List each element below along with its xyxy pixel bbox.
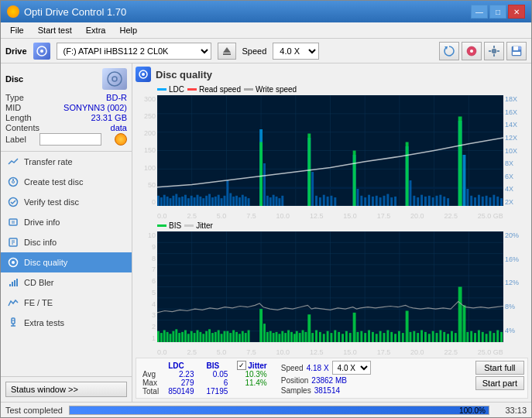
position-value: 23862 MB — [311, 376, 347, 385]
type-value: BD-R — [106, 93, 127, 102]
svg-rect-80 — [211, 197, 214, 206]
svg-rect-195 — [224, 331, 226, 342]
close-button[interactable]: ✕ — [508, 5, 525, 19]
svg-rect-102 — [311, 172, 314, 206]
legend-bis-label: BIS — [169, 221, 181, 230]
disc-info-icon — [7, 236, 19, 248]
menu-bar: File Start test Extra Help — [1, 22, 531, 39]
svg-rect-119 — [390, 197, 393, 206]
label-input[interactable] — [39, 133, 101, 146]
jitter-checkbox[interactable]: ✓ — [237, 361, 246, 370]
drive-eject-btn[interactable] — [218, 43, 236, 60]
position-row: Position 23862 MB — [281, 376, 371, 385]
menu-help[interactable]: Help — [113, 24, 143, 36]
content-area: Disc quality LDC Read speed Wr — [132, 63, 531, 402]
max-label: Max — [139, 379, 162, 387]
minimize-button[interactable]: — — [471, 5, 488, 19]
position-label: Position — [281, 376, 309, 385]
cd-bler-icon — [7, 276, 19, 289]
menu-file[interactable]: File — [4, 24, 30, 36]
label-icon[interactable] — [115, 133, 127, 146]
disc-btn[interactable] — [462, 42, 482, 60]
sidebar-item-fe-te[interactable]: FE / TE — [1, 293, 132, 313]
svg-rect-15 — [513, 52, 520, 55]
sidebar-item-drive-info[interactable]: Drive info — [1, 212, 132, 232]
svg-rect-204 — [229, 333, 232, 342]
legend-jitter-color — [184, 224, 194, 227]
refresh-btn[interactable] — [439, 42, 459, 60]
speed-value-stat: 4.18 X — [307, 364, 329, 372]
legend-write: Write speed — [244, 85, 297, 94]
sidebar-item-verify-test-disc[interactable]: Verify test disc — [1, 192, 132, 212]
sidebar-item-disc-quality[interactable]: Disc quality — [1, 252, 132, 272]
avg-jitter: 10.3% — [234, 370, 269, 379]
bottom-status-bar: Test completed 100.0% 33:13 — [1, 402, 531, 417]
svg-rect-136 — [470, 196, 472, 206]
svg-rect-243 — [383, 333, 386, 342]
svg-point-18 — [108, 77, 122, 81]
svg-rect-226 — [315, 331, 317, 342]
svg-rect-229 — [327, 331, 329, 342]
svg-rect-76 — [199, 197, 201, 206]
svg-rect-147 — [353, 151, 356, 207]
svg-rect-125 — [420, 195, 423, 206]
svg-rect-35 — [16, 279, 18, 286]
speed-select[interactable]: 4.0 X — [273, 43, 319, 60]
svg-rect-203 — [226, 331, 228, 342]
svg-rect-79 — [208, 194, 211, 206]
sidebar-nav: Transfer rate Create test disc Verify te… — [1, 152, 132, 376]
svg-point-41 — [142, 73, 145, 76]
svg-rect-259 — [447, 334, 449, 342]
drive-select[interactable]: (F:) ATAPI iHBS112 2 CL0K — [57, 43, 211, 60]
svg-rect-271 — [500, 332, 503, 342]
status-window-button[interactable]: Status window >> — [5, 382, 127, 397]
chart1-inner: 300 250 200 150 100 50 0 — [136, 95, 528, 206]
svg-rect-197 — [263, 324, 266, 342]
sidebar-item-extra-tests[interactable]: Extra tests — [1, 313, 132, 333]
svg-rect-148 — [406, 142, 409, 207]
svg-rect-135 — [466, 189, 469, 206]
drive-icon — [33, 43, 50, 60]
chart-container: LDC Read speed Write speed — [136, 85, 528, 399]
svg-rect-209 — [245, 333, 247, 342]
svg-rect-248 — [402, 333, 404, 342]
sidebar: Disc Type BD-R MID SONYNN3 (002) Length … — [1, 63, 132, 402]
svg-rect-95 — [266, 196, 269, 206]
start-part-button[interactable]: Start part — [475, 376, 524, 390]
svg-rect-112 — [364, 197, 366, 206]
svg-rect-194 — [221, 334, 223, 342]
sidebar-label-transfer: Transfer rate — [24, 157, 73, 166]
sidebar-item-cd-bler[interactable]: CD Bler — [1, 272, 132, 293]
svg-rect-249 — [410, 332, 412, 342]
sidebar-item-transfer-rate[interactable]: Transfer rate — [1, 152, 132, 172]
svg-rect-193 — [218, 331, 220, 342]
svg-rect-144 — [500, 198, 503, 206]
svg-rect-227 — [319, 332, 321, 342]
svg-rect-232 — [338, 332, 340, 342]
svg-rect-3 — [223, 53, 231, 55]
sidebar-item-disc-info[interactable]: Disc info — [1, 232, 132, 252]
svg-rect-184 — [190, 331, 193, 342]
action-buttons: Start full Start part — [475, 361, 524, 396]
svg-rect-215 — [278, 334, 280, 342]
save-btn[interactable] — [506, 42, 527, 60]
chart2-y-right-labels: 20% 16% 12% 8% 4% — [503, 231, 528, 342]
svg-rect-120 — [394, 197, 396, 206]
menu-extra[interactable]: Extra — [80, 24, 112, 36]
speed-select-stat[interactable]: 4.0 X — [332, 361, 371, 375]
svg-point-31 — [12, 261, 15, 264]
chart2-x-labels: 0.0 2.5 5.0 7.5 10.0 12.5 15.0 17.5 20.0… — [157, 348, 503, 356]
start-full-button[interactable]: Start full — [475, 361, 524, 375]
sidebar-item-create-test-disc[interactable]: Create test disc — [1, 172, 132, 192]
mid-label: MID — [5, 103, 21, 112]
svg-rect-72 — [187, 198, 190, 206]
maximize-button[interactable]: □ — [489, 5, 506, 19]
chart2-inner: 10 9 8 7 6 5 4 3 2 1 — [136, 231, 528, 342]
total-label: Total — [139, 387, 162, 396]
svg-rect-126 — [424, 197, 427, 206]
svg-point-17 — [112, 77, 117, 81]
svg-rect-123 — [413, 196, 415, 206]
menu-start-test[interactable]: Start test — [32, 24, 78, 36]
settings-btn[interactable] — [484, 42, 504, 60]
label-label: Label — [5, 135, 26, 144]
